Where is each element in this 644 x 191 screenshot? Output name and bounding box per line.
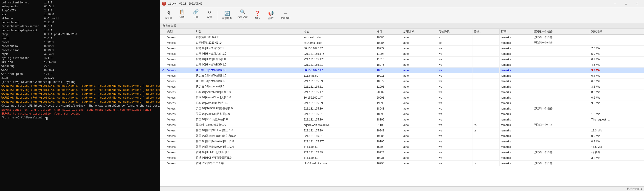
row-protocol: ws <box>437 46 472 51</box>
row-port: 11894 <box>375 51 402 57</box>
terminal-line: six 1.16.0 <box>1 13 158 17</box>
table-row[interactable]: Vmess新加坡 02|Netflix解锁|1.0111.6.86.501901… <box>160 73 644 78</box>
row-check <box>160 133 166 139</box>
toolbar-label: 检查更新 <box>238 15 248 19</box>
column-header[interactable]: 端口 <box>375 29 402 35</box>
table-row[interactable]: Vmess日本 02|AzureCloud|大阪|1.036.156.102.1… <box>160 95 644 100</box>
row-name: 韩国 03|韩국|Microsoft|釜山|1.0 <box>194 139 302 144</box>
toolbar-item-订阅[interactable]: 📋订阅▾ <box>176 8 188 22</box>
row-address: 221.131.165.89 <box>302 106 375 111</box>
row-type: Vmess <box>166 111 194 117</box>
row-name: 新加坡 02|Netflix解锁|1.0 <box>194 73 302 78</box>
row-encoding: auto <box>402 95 437 100</box>
toolbar-item-帮助[interactable]: ❓帮助 <box>251 9 264 21</box>
row-speed: 6.2 M/s <box>590 57 644 62</box>
table-row[interactable]: ✓Vmess新加坡 01|Netflix解锁|1.036.156.102.147… <box>160 68 644 73</box>
table-row[interactable]: Vmess苏联料 |Baxet|俄罗斯|1.0pqs01.wakuwaku.li… <box>160 122 644 128</box>
toolbar-item-关闭窗口[interactable]: —关闭窗口 <box>278 10 293 21</box>
row-encoding: auto <box>402 62 437 68</box>
row-speed: 11.3 M/s <box>590 128 644 133</box>
row-protocol: ws <box>437 139 472 144</box>
table-row[interactable]: Vmess台湾 03|HiNet|新北市|1.0221.131.165.1751… <box>160 51 644 57</box>
toolbar-item-检查更新[interactable]: 🔍检查更新▾ <box>235 8 250 22</box>
table-row[interactable]: Vmess韩国 02|韩국|Amazon|首尔市|1.0221.131.165.… <box>160 133 644 139</box>
row-transport <box>472 68 500 73</box>
toolbar-item-设置[interactable]: ⚙设置▾ <box>203 8 216 22</box>
column-header[interactable]: 类型 <box>166 29 194 35</box>
row-transport <box>472 150 500 155</box>
toolbar-item-分享[interactable]: 🔗分享▾ <box>190 8 202 22</box>
row-address: 221.131.165.89 <box>302 78 375 84</box>
row-speed: 11.5 M/s <box>590 144 644 150</box>
terminal-line: sklearn 0.0.post1 <box>1 17 158 21</box>
column-header[interactable]: 地址 <box>302 29 375 35</box>
table-row[interactable]: Vmess日本 01|AzureCloud|京都|1.0221.131.165.… <box>160 89 644 95</box>
row-speed <box>590 122 644 128</box>
row-protocol: tcp <box>437 40 472 46</box>
table-row[interactable]: Vmess新加坡 04|super.net|1.0221.131.165.811… <box>160 84 644 89</box>
column-header[interactable]: 别名 <box>194 29 302 35</box>
table-row[interactable]: Vmess台湾 04|Hinet|新北市|1.0221.131.165.1751… <box>160 57 644 62</box>
table-row[interactable]: Vmess新加坡 03|Netflix解锁|1.0221.131.165.891… <box>160 78 644 84</box>
table-row[interactable]: Vmess韩国 01|韩국|SKcloud|釜山|1.0221.131.165.… <box>160 128 644 133</box>
server-table[interactable]: 类型别名地址端口加密方式传输协议传输...订阅已测速一个任务.测试结果 Vmes… <box>160 29 644 187</box>
dropdown-arrow-icon[interactable]: ▾ <box>208 19 210 21</box>
table-row[interactable]: Vmess韩国 04|韩국|Microsoft|釜山|1.0111.6.86.5… <box>160 144 644 150</box>
table-row[interactable]: Vmess香港 02|HKT-GT|沙洲区|1.0221.131.165.891… <box>160 150 644 155</box>
row-subscription: remarks <box>500 40 532 46</box>
col-check[interactable] <box>160 29 166 35</box>
table-row[interactable]: Vmess过期时间: 2023-01-14ssr.naraku.club1008… <box>160 40 644 46</box>
close-button[interactable]: ✕ <box>632 0 642 7</box>
row-check <box>160 73 166 78</box>
row-encoding: auto <box>402 84 437 89</box>
row-transport <box>472 100 500 106</box>
row-speed <box>590 35 644 40</box>
column-header[interactable]: 订阅 <box>500 29 532 35</box>
row-address: ssr.naraku.club <box>302 40 375 46</box>
table-row[interactable]: Vmess韩国 03|韩국|Microsoft|釜山|1.0221.131.16… <box>160 139 644 144</box>
table-row[interactable]: Vmess日本 05|GMCloud|涉谷|1.0221.131.165.891… <box>160 100 644 106</box>
column-header[interactable]: 传输... <box>472 29 500 35</box>
dropdown-arrow-icon[interactable]: ▾ <box>242 19 244 21</box>
dropdown-arrow-icon[interactable]: ▾ <box>181 19 183 21</box>
minimize-button[interactable]: — <box>610 0 620 7</box>
row-encoding: auto <box>402 128 437 133</box>
table-row[interactable]: Vmess台湾 05|HiNet|WBGP|1.0221.131.165.811… <box>160 62 644 68</box>
row-port: 18048 <box>375 106 402 111</box>
row-address: 221.131.165.175 <box>302 57 375 62</box>
row-encoding: auto <box>402 155 437 161</box>
row-transport <box>472 139 500 144</box>
row-encoding: auto <box>402 133 437 139</box>
column-header[interactable]: 测试结果 <box>590 29 644 35</box>
row-speed: 1.0 M/s <box>590 111 644 117</box>
table-row[interactable]: Vmess香港 03|HKT-WTT|沙田区|1.0111.6.86.50199… <box>160 155 644 161</box>
column-header[interactable]: 加密方式 <box>402 29 437 35</box>
table-row[interactable]: Vmess剩余流量: 86.62GBssr.naraku.club10086au… <box>160 35 644 40</box>
row-name: 日本 01|AzureCloud|京都|1.0 <box>194 89 302 95</box>
column-header[interactable]: 已测速一个任务. <box>532 29 590 35</box>
row-task <box>532 155 590 161</box>
terminal-cursor <box>46 117 48 120</box>
toolbar-item-重启服务[interactable]: 🔄重启服务 <box>220 9 234 21</box>
row-check <box>160 111 166 117</box>
row-subscription: remarks <box>500 155 532 161</box>
row-name: 剩余流量: 86.62GB <box>194 35 302 40</box>
row-protocol: ws <box>437 100 472 106</box>
row-name: 韩国 01|韩국|SKcloud|釜山|1.0 <box>194 128 302 133</box>
row-type: Vmess <box>166 73 194 78</box>
maximize-button[interactable]: □ <box>621 0 631 7</box>
toolbar-item-服务器[interactable]: 🗄服务器 <box>162 9 175 21</box>
table-row[interactable]: Vmess英国 01|BBC|伦敦牛生|1.0221.131.165.89181… <box>160 117 644 122</box>
table-row[interactable]: Vmess美国 01|NATOILAB|洛杉矶|1.0221.131.165.8… <box>160 106 644 111</box>
row-name: 新加坡 04|super.net|1.0 <box>194 84 302 89</box>
table-row[interactable]: Vmess香港Test 海外用户直连hkk03.wakutls.com16790… <box>160 161 644 166</box>
row-speed <box>590 106 644 111</box>
column-header[interactable]: 传输协议 <box>437 29 472 35</box>
row-port: 16790 <box>375 161 402 166</box>
table-row[interactable]: Vmess美国 03|ApexNet|洛杉矶|1.0221.131.165.81… <box>160 111 644 117</box>
toolbar-item-推广[interactable]: 📢推广 <box>264 9 277 21</box>
section-header: 所有服务器 <box>160 23 644 29</box>
table-row[interactable]: Vmess台湾 02|HiNet|台北市|1.036.156.102.14719… <box>160 46 644 51</box>
dropdown-arrow-icon[interactable]: ▾ <box>195 19 197 21</box>
toolbar-label: 设置 <box>207 15 212 19</box>
